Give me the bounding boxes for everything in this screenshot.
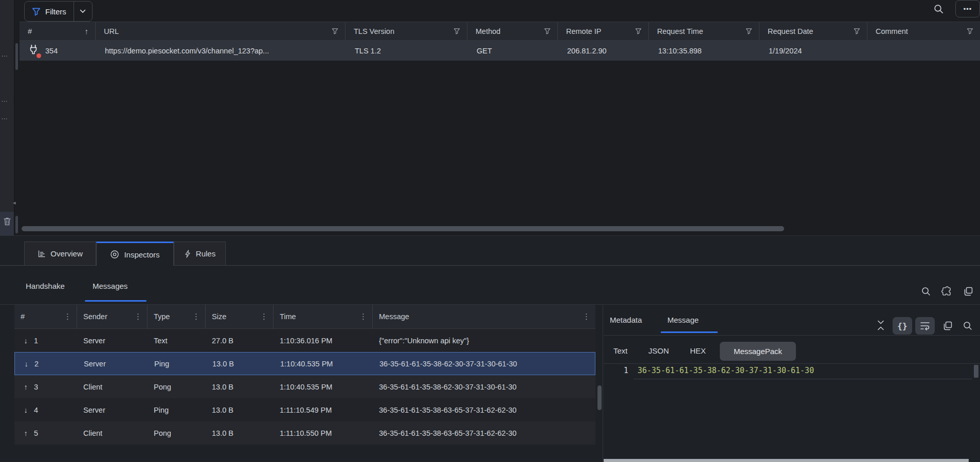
tab-label: Inspectors <box>124 250 159 259</box>
column-menu-icon[interactable]: ⋮ <box>260 312 268 321</box>
filters-dropdown-button[interactable] <box>74 2 92 21</box>
subtab-messages[interactable]: Messages <box>93 282 128 290</box>
column-label: Time <box>280 312 296 321</box>
msg-column-number[interactable]: # ⋮ <box>14 305 77 328</box>
msg-message: 36-35-61-61-35-38-62-30-37-31-30-61-30 <box>379 375 595 398</box>
column-label: Sender <box>83 312 107 321</box>
editor-vscrollbar-thumb[interactable] <box>974 365 978 378</box>
column-menu-icon[interactable]: ⋮ <box>64 312 71 321</box>
column-menu-icon[interactable]: ⋮ <box>583 312 590 321</box>
filter-funnel-icon[interactable] <box>967 28 973 34</box>
plugins-button[interactable] <box>940 285 952 298</box>
active-subtab-indicator <box>85 300 147 302</box>
msg-column-size[interactable]: Size ⋮ <box>206 305 274 328</box>
tab-rules[interactable]: Rules <box>174 242 226 266</box>
tab-overview[interactable]: Overview <box>24 242 96 266</box>
msg-sender: Client <box>83 421 145 445</box>
gutter-scrollbar-thumb[interactable] <box>15 216 18 233</box>
upload-arrow-icon: ↑ <box>21 421 31 445</box>
request-method: GET <box>477 41 554 61</box>
requests-hscrollbar-thumb[interactable] <box>22 226 784 231</box>
format-option-json[interactable]: JSON <box>648 346 669 355</box>
filters-label: Filters <box>45 7 66 16</box>
tab-label: Rules <box>196 249 215 258</box>
column-menu-icon[interactable]: ⋮ <box>192 312 200 321</box>
filter-funnel-icon[interactable] <box>635 28 642 34</box>
message-row-3[interactable]: ↑ 3 Client Pong 13.0 B 1:10:40.535 PM 36… <box>14 375 595 398</box>
msg-column-type[interactable]: Type ⋮ <box>148 305 206 328</box>
message-row-4[interactable]: ↓ 4 Server Ping 13.0 B 1:11:10.549 PM 36… <box>14 398 595 421</box>
collapse-panel-arrow-icon[interactable]: ◂ <box>13 199 16 206</box>
editor-hscrollbar-thumb[interactable] <box>604 459 969 462</box>
sidebar-item-collapsed-3[interactable]: … <box>1 113 13 121</box>
column-label: # <box>28 27 32 35</box>
column-label: Size <box>212 312 226 321</box>
detail-panel-divider[interactable] <box>603 305 603 462</box>
msg-number: 4 <box>34 398 70 421</box>
filter-funnel-icon[interactable] <box>746 28 752 34</box>
msg-column-sender[interactable]: Sender ⋮ <box>77 305 148 328</box>
websocket-inspector-window: … … … ◂ Filters ••• # ↑ URL <box>0 0 980 462</box>
message-row-2-selected[interactable]: ↓ 2 Server Ping 13.0 B 1:10:40.535 PM 36… <box>14 352 595 375</box>
search-sessions-button[interactable] <box>932 3 945 15</box>
filters-button-main[interactable]: Filters <box>25 2 74 21</box>
msg-type: Pong <box>154 421 205 445</box>
format-option-hex[interactable]: HEX <box>690 346 706 355</box>
msg-time: 1:10:40.535 PM <box>280 353 370 375</box>
column-header-number[interactable]: # ↑ <box>20 22 96 40</box>
tab-inspectors[interactable]: Inspectors <box>96 242 174 266</box>
column-header-request-date[interactable]: Request Date <box>759 22 867 40</box>
filter-funnel-icon[interactable] <box>544 28 551 34</box>
filters-button[interactable]: Filters <box>24 1 93 22</box>
request-row-354[interactable]: 354 https://demo.piesocket.com/v3/channe… <box>20 41 980 61</box>
copy-messages-button[interactable] <box>962 285 974 298</box>
table-vertical-scrollbar-thumb[interactable] <box>15 43 18 70</box>
column-header-tls-version[interactable]: TLS Version <box>346 22 467 40</box>
column-label: Type <box>154 312 170 321</box>
msg-type: Ping <box>154 353 206 375</box>
puzzle-icon <box>941 286 952 297</box>
editor-line-content[interactable]: 36-35-61-61-35-38-62-30-37-31-30-61-30 <box>638 366 814 375</box>
format-option-messagepack-selected[interactable]: MessagePack <box>720 342 796 361</box>
column-label: Method <box>476 27 500 35</box>
messages-vscrollbar-thumb[interactable] <box>597 385 602 410</box>
sort-ascending-icon[interactable]: ↑ <box>85 27 89 35</box>
msg-column-message[interactable]: Message ⋮ <box>373 305 595 328</box>
eye-icon <box>110 250 119 259</box>
column-header-request-time[interactable]: Request Time <box>649 22 759 40</box>
filter-funnel-icon[interactable] <box>854 28 860 34</box>
filter-funnel-icon[interactable] <box>332 28 338 34</box>
search-content-button[interactable] <box>961 320 974 332</box>
msg-column-time[interactable]: Time ⋮ <box>274 305 373 328</box>
trash-panel-button[interactable] <box>0 212 14 237</box>
msg-size: 13.0 B <box>212 421 268 445</box>
message-row-1[interactable]: ↓ 1 Server Text 27.0 B 1:10:36.016 PM {"… <box>14 329 595 352</box>
word-wrap-button[interactable] <box>915 317 935 335</box>
more-options-button[interactable]: ••• <box>955 0 980 17</box>
msg-type: Text <box>154 329 205 352</box>
sidebar-item-collapsed-1[interactable]: … <box>1 50 13 58</box>
collapse-content-button[interactable] <box>874 319 887 332</box>
request-comment <box>877 41 979 61</box>
sidebar-item-collapsed-2[interactable]: … <box>1 96 13 103</box>
column-menu-icon[interactable]: ⋮ <box>359 312 367 321</box>
format-braces-button[interactable]: {} <box>893 317 912 335</box>
msg-type: Ping <box>154 398 205 421</box>
detail-tab-message[interactable]: Message <box>667 316 699 324</box>
column-header-comment[interactable]: Comment <box>867 22 980 40</box>
column-header-method[interactable]: Method <box>467 22 558 40</box>
msg-message: 36-35-61-61-35-38-63-65-37-31-62-62-30 <box>379 421 595 445</box>
search-messages-button[interactable] <box>920 285 932 298</box>
column-header-remote-ip[interactable]: Remote IP <box>558 22 649 40</box>
msg-time: 1:11:10.549 PM <box>280 398 370 421</box>
format-option-text[interactable]: Text <box>613 346 628 355</box>
copy-content-button[interactable] <box>941 320 954 332</box>
chevron-down-icon <box>80 9 86 13</box>
column-header-url[interactable]: URL <box>96 22 346 40</box>
message-row-5[interactable]: ↑ 5 Client Pong 13.0 B 1:11:10.550 PM 36… <box>14 421 595 445</box>
column-menu-icon[interactable]: ⋮ <box>134 312 142 321</box>
msg-message: 36-35-61-61-35-38-62-30-37-31-30-61-30 <box>379 353 595 375</box>
subtab-handshake[interactable]: Handshake <box>26 282 65 290</box>
filter-funnel-icon[interactable] <box>453 28 460 34</box>
detail-tab-metadata[interactable]: Metadata <box>610 316 642 324</box>
